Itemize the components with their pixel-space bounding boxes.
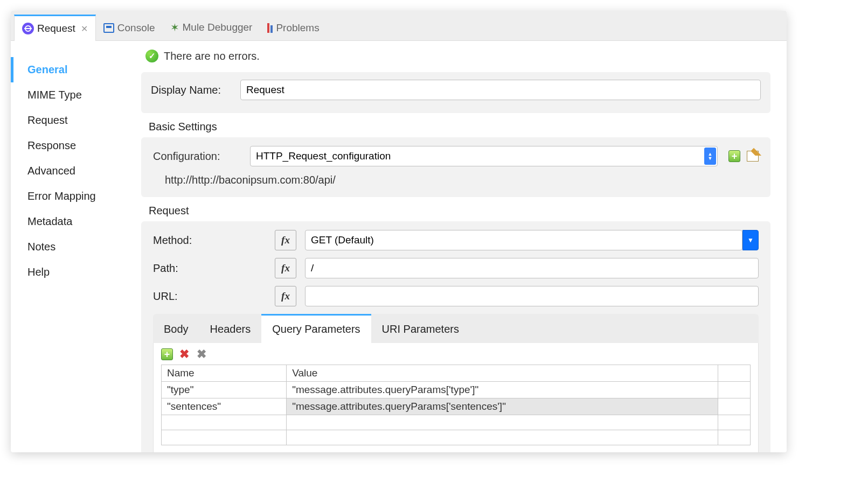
- sidebar-item-label: Notes: [27, 241, 55, 253]
- tab-console[interactable]: Console: [96, 14, 163, 40]
- sidebar-item-label: MIME Type: [27, 89, 82, 101]
- request-panel: Method: fx ▼ Path: fx URL: fx: [141, 221, 770, 452]
- col-name[interactable]: Name: [162, 365, 287, 382]
- request-section-title: Request: [149, 205, 770, 217]
- fx-expression-button[interactable]: fx: [275, 258, 296, 278]
- request-editor-window: Request ✕ Console ✶ Mule Debugger Proble…: [11, 11, 787, 452]
- cell-actions: [718, 398, 751, 415]
- fx-expression-button[interactable]: fx: [275, 286, 296, 306]
- sidebar-item-advanced[interactable]: Advanced: [11, 158, 136, 184]
- sidebar-item-mime-type[interactable]: MIME Type: [11, 82, 136, 108]
- table-header-row: Name Value: [162, 365, 751, 382]
- sidebar-item-label: Metadata: [27, 215, 72, 227]
- edit-configuration-button[interactable]: [747, 151, 759, 162]
- subtab-uri-parameters[interactable]: URI Parameters: [371, 314, 470, 343]
- sidebar-item-response[interactable]: Response: [11, 133, 136, 158]
- query-parameters-table: Name Value "type" "message.attributes.qu…: [161, 365, 751, 445]
- tab-problems-label: Problems: [276, 22, 319, 34]
- table-row[interactable]: "sentences" "message.attributes.queryPar…: [162, 398, 751, 415]
- method-combo-value[interactable]: [305, 230, 742, 250]
- tab-debugger-label: Mule Debugger: [183, 22, 253, 33]
- tab-console-label: Console: [117, 22, 155, 34]
- url-label: URL:: [153, 290, 266, 303]
- main-area: General MIME Type Request Response Advan…: [11, 41, 787, 452]
- add-configuration-button[interactable]: +: [728, 150, 740, 162]
- debugger-icon: ✶: [170, 21, 179, 34]
- add-row-button[interactable]: +: [161, 348, 173, 360]
- display-name-label: Display Name:: [151, 84, 232, 96]
- sidebar-item-error-mapping[interactable]: Error Mapping: [11, 184, 136, 209]
- tab-mule-debugger[interactable]: ✶ Mule Debugger: [163, 13, 260, 40]
- sidebar-item-label: Error Mapping: [27, 190, 96, 202]
- url-input[interactable]: [305, 286, 759, 306]
- content-area: ✓ There are no errors. Display Name: Bas…: [136, 41, 787, 452]
- subtab-label: Headers: [210, 323, 251, 335]
- path-label: Path:: [153, 262, 266, 275]
- cell-name[interactable]: "sentences": [162, 398, 287, 415]
- configuration-label: Configuration:: [153, 150, 239, 163]
- sidebar-item-help[interactable]: Help: [11, 260, 136, 285]
- basic-settings-title: Basic Settings: [149, 121, 770, 133]
- subtab-headers[interactable]: Headers: [199, 314, 262, 343]
- configuration-select[interactable]: ▲▼: [250, 146, 718, 166]
- sidebar-item-label: General: [27, 64, 67, 75]
- delete-row-button[interactable]: ✖: [178, 348, 190, 360]
- sidebar: General MIME Type Request Response Advan…: [11, 41, 136, 452]
- sidebar-item-request[interactable]: Request: [11, 108, 136, 133]
- display-name-panel: Display Name:: [141, 72, 770, 113]
- top-tab-bar: Request ✕ Console ✶ Mule Debugger Proble…: [11, 11, 787, 41]
- clear-all-button[interactable]: ✖: [196, 348, 207, 360]
- sidebar-item-label: Help: [27, 266, 50, 278]
- request-icon: [22, 23, 34, 34]
- problems-icon: [267, 23, 273, 33]
- cell-actions: [718, 382, 751, 398]
- table-row-empty[interactable]: [162, 430, 751, 445]
- subtab-body[interactable]: Body: [153, 314, 199, 343]
- col-value[interactable]: Value: [287, 365, 718, 382]
- method-combo[interactable]: ▼: [305, 230, 759, 250]
- cell-name[interactable]: "type": [162, 382, 287, 398]
- tab-problems[interactable]: Problems: [260, 14, 327, 40]
- cell-value[interactable]: "message.attributes.queryParams['sentenc…: [287, 398, 718, 415]
- sidebar-item-label: Advanced: [27, 165, 75, 177]
- subtab-label: Body: [164, 323, 189, 335]
- query-parameters-area: + ✖ ✖ Name Value: [153, 343, 759, 452]
- console-icon: [103, 23, 114, 33]
- table-actions: + ✖ ✖: [161, 348, 751, 360]
- status-message: There are no errors.: [164, 50, 260, 62]
- resolved-url: http://http://baconipsum.com:80/api/: [165, 174, 759, 186]
- subtab-label: URI Parameters: [382, 323, 459, 335]
- close-icon[interactable]: ✕: [81, 24, 88, 34]
- chevron-down-icon[interactable]: ▼: [742, 230, 759, 250]
- configuration-select-value[interactable]: [250, 146, 718, 166]
- check-icon: ✓: [145, 50, 158, 62]
- fx-expression-button[interactable]: fx: [275, 230, 296, 250]
- request-sub-tabs: Body Headers Query Parameters URI Parame…: [153, 314, 759, 343]
- status-row: ✓ There are no errors.: [141, 41, 770, 72]
- display-name-input[interactable]: [240, 80, 761, 100]
- tab-request-label: Request: [37, 23, 75, 34]
- sidebar-item-label: Request: [27, 114, 68, 126]
- table-row-empty[interactable]: [162, 415, 751, 430]
- method-label: Method:: [153, 234, 266, 247]
- subtab-label: Query Parameters: [272, 323, 360, 335]
- cell-value[interactable]: "message.attributes.queryParams['type']": [287, 382, 718, 398]
- col-actions: [718, 365, 751, 382]
- basic-settings-panel: Configuration: ▲▼ + http://http://baconi…: [141, 137, 770, 197]
- path-input[interactable]: [305, 258, 759, 278]
- subtab-query-parameters[interactable]: Query Parameters: [261, 314, 371, 343]
- table-row[interactable]: "type" "message.attributes.queryParams['…: [162, 382, 751, 398]
- sidebar-item-general[interactable]: General: [11, 57, 136, 82]
- sidebar-item-notes[interactable]: Notes: [11, 234, 136, 260]
- sidebar-item-label: Response: [27, 139, 76, 151]
- tab-request[interactable]: Request ✕: [14, 15, 96, 41]
- chevron-updown-icon[interactable]: ▲▼: [704, 148, 716, 165]
- sidebar-item-metadata[interactable]: Metadata: [11, 209, 136, 234]
